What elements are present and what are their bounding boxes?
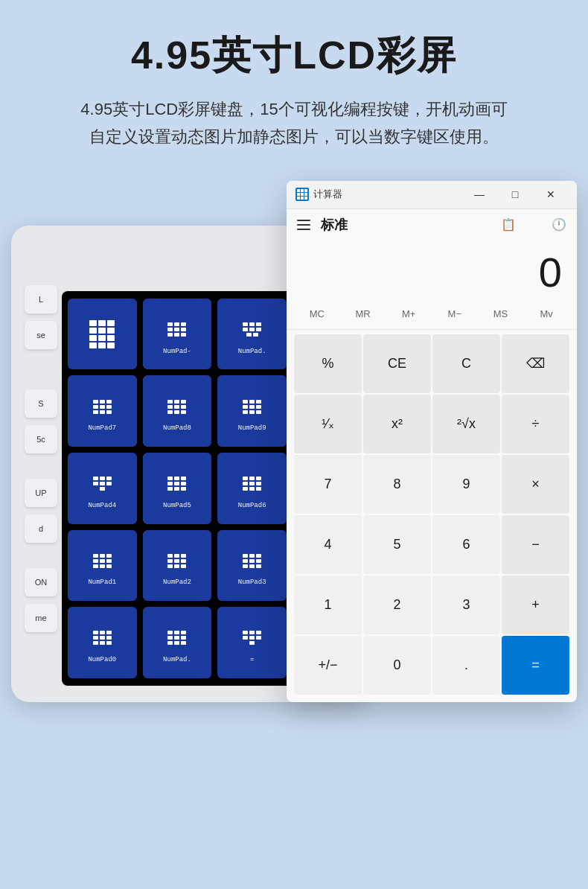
numpad-icon-10 (156, 544, 199, 577)
calc-buttons-grid: % CE C ⌫ ¹⁄ₓ x² ²√x ÷ 7 8 9 × 4 5 6 − 1 … (287, 330, 577, 702)
mem-mplus-button[interactable]: M+ (386, 301, 432, 328)
calc-menu-bar: 标准 📋 🕛 (287, 209, 577, 240)
subtitle: 4.95英寸LCD彩屏键盘，15个可视化编程按键，开机动画可 自定义设置动态图片… (80, 95, 507, 151)
numpad-icon-13 (156, 622, 199, 654)
page-wrapper: 4.95英寸LCD彩屏 4.95英寸LCD彩屏键盘，15个可视化编程按键，开机动… (0, 0, 588, 889)
memory-row: MC MR M+ M− MS Mv (287, 299, 577, 330)
subtract-button[interactable]: − (502, 515, 569, 574)
numpad-icon-4 (156, 390, 199, 423)
hamburger-line-1 (297, 220, 310, 221)
numpad-icon-14 (231, 622, 274, 654)
convert-icon[interactable]: 📋 (501, 217, 516, 232)
lcd-key-label-11: NumPad3 (238, 579, 266, 586)
add-button[interactable]: + (502, 576, 569, 634)
key-d[interactable]: d (25, 514, 57, 543)
lcd-key-11[interactable]: NumPad3 (217, 530, 287, 602)
divide-button[interactable]: ÷ (502, 395, 569, 453)
calc-mode-label: 标准 (321, 216, 490, 234)
hamburger-line-2 (297, 224, 310, 226)
key-me[interactable]: me (25, 604, 57, 632)
mem-ms-button[interactable]: MS (478, 301, 524, 328)
numpad-icon-8 (231, 468, 274, 500)
subtitle-line2: 自定义设置动态图片加静态图片，可以当数字键区使用。 (89, 127, 499, 146)
calc-display: 0 (287, 240, 577, 299)
lcd-key-9[interactable]: NumPad1 (68, 530, 137, 602)
reciprocal-button[interactable]: ¹⁄ₓ (294, 395, 362, 453)
equals-button[interactable]: = (502, 636, 569, 695)
lcd-key-label-3: NumPad7 (88, 424, 116, 432)
lcd-key-label-5: NumPad9 (238, 424, 266, 432)
scene-container: L se S 5c UP d ON me (11, 181, 577, 747)
lcd-key-7[interactable]: NumPad5 (143, 453, 212, 524)
lcd-key-3[interactable]: NumPad7 (68, 375, 137, 447)
calculator-window: 计算器 — □ ✕ 标准 📋 🕛 (287, 181, 577, 702)
percent-button[interactable]: % (294, 334, 362, 393)
mem-mminus-button[interactable]: M− (432, 301, 478, 328)
ce-button[interactable]: CE (363, 334, 431, 393)
five-button[interactable]: 5 (363, 515, 431, 574)
numpad-icon-11 (231, 544, 274, 577)
lcd-key-2[interactable]: NumPad. (217, 299, 287, 370)
lcd-key-10[interactable]: NumPad2 (143, 530, 212, 602)
lcd-key-5[interactable]: NumPad9 (217, 375, 287, 447)
key-sc[interactable]: 5c (25, 425, 57, 453)
numpad-icon-3 (80, 390, 124, 423)
seven-button[interactable]: 7 (294, 455, 362, 514)
titlebar-controls: — □ ✕ (462, 183, 568, 205)
lcd-key-label-8: NumPad6 (238, 502, 266, 509)
numpad-icon-12 (80, 622, 124, 654)
close-button[interactable]: ✕ (534, 183, 568, 205)
mem-mc-button[interactable]: MC (294, 301, 340, 328)
key-on[interactable]: ON (25, 568, 57, 596)
lcd-screen: NumPad- NumPad. (62, 291, 293, 686)
six-button[interactable]: 6 (432, 515, 500, 574)
hamburger-menu-icon[interactable] (297, 220, 310, 230)
main-title: 4.95英寸LCD彩屏 (131, 30, 457, 82)
lcd-key-4[interactable]: NumPad8 (143, 375, 212, 447)
three-button[interactable]: 3 (432, 576, 500, 634)
lcd-key-calc[interactable] (68, 299, 137, 370)
minimize-button[interactable]: — (462, 183, 496, 205)
history-icon[interactable]: 🕛 (552, 217, 566, 232)
calc-key-icon (80, 318, 124, 351)
four-button[interactable]: 4 (294, 515, 362, 574)
lcd-key-1[interactable]: NumPad- (143, 299, 212, 370)
mem-mr-button[interactable]: MR (340, 301, 386, 328)
eight-button[interactable]: 8 (363, 455, 431, 514)
sqrt-button[interactable]: ²√x (432, 395, 500, 453)
backspace-button[interactable]: ⌫ (502, 334, 569, 393)
lcd-key-13[interactable]: NumPad. (143, 607, 212, 678)
zero-button[interactable]: 0 (363, 636, 431, 695)
negate-button[interactable]: +/− (294, 636, 362, 695)
lcd-key-label-14: = (250, 656, 254, 663)
maximize-button[interactable]: □ (498, 183, 532, 205)
numpad-icon-2 (231, 313, 274, 346)
hamburger-line-3 (297, 229, 310, 230)
lcd-key-label-10: NumPad2 (163, 579, 191, 586)
lcd-key-label-13: NumPad. (163, 656, 191, 663)
nine-button[interactable]: 9 (432, 455, 500, 514)
clear-button[interactable]: C (432, 334, 500, 393)
multiply-button[interactable]: × (502, 455, 569, 514)
lcd-key-label-4: NumPad8 (163, 424, 191, 432)
square-button[interactable]: x² (363, 395, 431, 453)
decimal-button[interactable]: . (432, 636, 500, 695)
lcd-key-8[interactable]: NumPad6 (217, 453, 287, 524)
key-L[interactable]: L (25, 285, 57, 313)
mem-mv-button[interactable]: Mv (523, 301, 569, 328)
key-s[interactable]: S (25, 389, 57, 418)
lcd-key-label-7: NumPad5 (163, 502, 191, 509)
calc-title: 计算器 (313, 188, 462, 201)
one-button[interactable]: 1 (294, 576, 362, 634)
key-up[interactable]: UP (25, 479, 57, 507)
two-button[interactable]: 2 (363, 576, 431, 634)
lcd-key-label-1: NumPad- (163, 348, 191, 355)
calc-titlebar: 计算器 — □ ✕ (287, 181, 577, 209)
calculator-app-icon (295, 188, 309, 201)
numpad-icon-5 (231, 390, 274, 423)
lcd-key-12[interactable]: NumPad0 (68, 607, 137, 678)
lcd-key-14[interactable]: = (217, 607, 287, 678)
numpad-icon-7 (156, 468, 199, 500)
key-se[interactable]: se (25, 321, 57, 349)
lcd-key-6[interactable]: NumPad4 (68, 453, 137, 524)
